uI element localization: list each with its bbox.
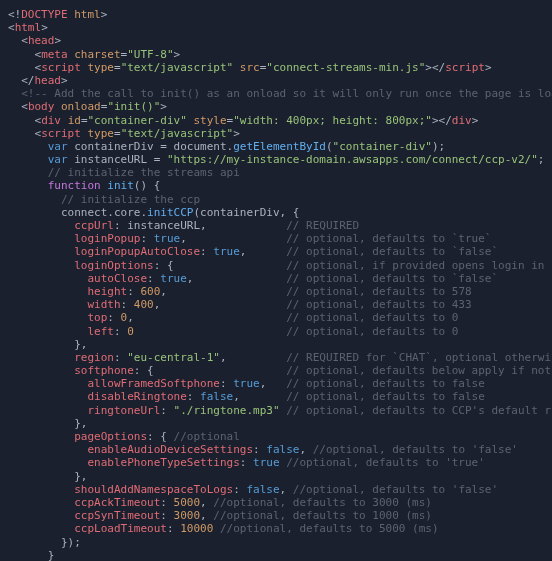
code-line: <!DOCTYPE html> <html> <head> <meta char… xyxy=(8,8,552,561)
code-block: <!DOCTYPE html> <html> <head> <meta char… xyxy=(8,8,544,561)
